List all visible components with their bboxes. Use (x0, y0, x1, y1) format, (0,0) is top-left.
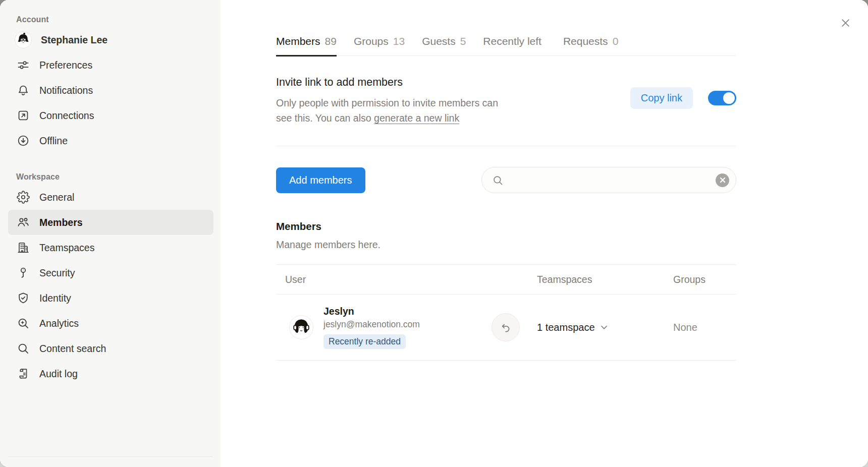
tab-members[interactable]: Members 89 (276, 35, 337, 56)
groups-value: None (673, 322, 697, 333)
tab-guests[interactable]: Guests 5 (422, 35, 466, 56)
add-members-button[interactable]: Add members (276, 167, 365, 193)
member-search[interactable] (481, 167, 736, 193)
sidebar-item-preferences[interactable]: Preferences (8, 52, 213, 78)
clear-search-button[interactable] (716, 173, 729, 187)
teamspaces-cell: 1 teamspace (537, 322, 673, 333)
sidebar-item-label: Security (39, 267, 75, 279)
avatar (15, 31, 32, 48)
tab-requests[interactable]: Requests 0 (563, 35, 618, 56)
sidebar-item-members[interactable]: Members (8, 210, 213, 235)
tab-label: Members (276, 35, 320, 47)
table-row: Jeslyn jeslyn@makenotion.com Recently re… (276, 295, 736, 361)
groups-cell: None (673, 322, 736, 333)
key-icon (16, 266, 30, 280)
sidebar-item-label: General (39, 192, 74, 203)
tab-label: Recently left (483, 35, 541, 47)
sidebar-item-label: Audit log (39, 368, 78, 380)
member-email: jeslyn@makenotion.com (323, 319, 420, 330)
user-info: Jeslyn jeslyn@makenotion.com Recently re… (323, 306, 420, 349)
tab-label: Guests (422, 35, 456, 47)
sliders-icon (16, 58, 30, 72)
close-button[interactable] (836, 13, 855, 32)
sidebar-item-label: Preferences (39, 60, 92, 71)
table-header: User Teamspaces Groups (276, 264, 736, 295)
gear-icon (16, 190, 30, 204)
undo-cell (492, 313, 537, 341)
sidebar-item-content-search[interactable]: Content search (8, 336, 213, 361)
sidebar-item-label: Teamspaces (39, 242, 94, 254)
generate-new-link[interactable]: generate a new link (374, 112, 459, 124)
members-section-title: Members (276, 220, 736, 232)
building-icon (16, 241, 30, 255)
sidebar-item-label: Connections (39, 110, 94, 122)
invite-link-toggle[interactable] (708, 91, 736, 105)
sidebar-item-audit-log[interactable]: Audit log (8, 361, 213, 386)
sidebar-item-general[interactable]: General (8, 185, 213, 210)
tab-recently-left[interactable]: Recently left (483, 35, 546, 56)
tab-count: 13 (393, 35, 405, 47)
invite-link-title: Invite link to add members (276, 76, 498, 89)
teamspaces-dropdown[interactable]: 1 teamspace (537, 322, 673, 333)
column-header-groups: Groups (673, 274, 736, 285)
members-settings-panel: Members 89 Groups 13 Guests 5 Recently l… (221, 0, 868, 467)
teamspaces-value: 1 teamspace (537, 322, 595, 333)
tab-count: 5 (460, 35, 466, 47)
members-table: User Teamspaces Groups (276, 264, 736, 361)
sidebar-item-account-profile[interactable]: Stephanie Lee (8, 27, 213, 52)
sidebar-item-security[interactable]: Security (8, 260, 213, 285)
sidebar-item-notifications[interactable]: Notifications (8, 78, 213, 103)
sidebar-item-label: Notifications (39, 85, 93, 96)
user-cell: Jeslyn jeslyn@makenotion.com Recently re… (276, 306, 492, 349)
magnifier-sparkle-icon (16, 316, 30, 330)
undo-button[interactable] (492, 313, 520, 341)
avatar (289, 315, 313, 339)
sidebar-item-identity[interactable]: Identity (8, 285, 213, 311)
sidebar-item-label: Identity (39, 293, 71, 304)
invite-desc-line2: see this. You can also (276, 112, 374, 124)
members-toolbar: Add members (276, 167, 736, 193)
tab-label: Groups (354, 35, 389, 47)
invite-link-section: Invite link to add members Only people w… (276, 76, 736, 126)
settings-modal: Account Stephanie Lee (0, 0, 868, 467)
invite-desc-line1: Only people with permission to invite me… (276, 97, 498, 108)
people-icon (16, 215, 30, 229)
column-header-user: User (276, 274, 492, 285)
sidebar-item-label: Offline (39, 135, 68, 147)
toggle-knob (723, 92, 735, 104)
settings-sidebar: Account Stephanie Lee (0, 0, 221, 467)
members-section-header: Members Manage members here. (276, 220, 736, 251)
members-tabs: Members 89 Groups 13 Guests 5 Recently l… (276, 35, 736, 56)
sidebar-item-label: Analytics (39, 318, 79, 329)
column-header-teamspaces: Teamspaces (537, 274, 673, 285)
sidebar-item-teamspaces[interactable]: Teamspaces (8, 235, 213, 260)
sidebar-item-analytics[interactable]: Analytics (8, 311, 213, 336)
tab-count: 0 (613, 35, 619, 47)
bell-icon (16, 83, 30, 97)
magnifier-icon (16, 341, 30, 356)
sidebar-item-offline[interactable]: Offline (8, 128, 213, 153)
sidebar-section-workspace: Workspace (16, 172, 213, 182)
status-badge: Recently re-added (323, 334, 406, 349)
arrow-up-right-square-icon (16, 108, 30, 123)
search-icon (492, 174, 504, 186)
section-divider (276, 146, 736, 146)
scroll-icon (16, 367, 30, 381)
sidebar-bottom-divider (8, 456, 212, 457)
invite-link-description: Only people with permission to invite me… (276, 95, 498, 126)
jeslyn-avatar-illustration (289, 315, 313, 339)
search-input[interactable] (510, 174, 710, 186)
copy-link-button[interactable]: Copy link (630, 87, 693, 109)
tab-count: 89 (325, 35, 337, 47)
sidebar-item-label: Stephanie Lee (41, 34, 107, 46)
tab-label: Requests (563, 35, 608, 47)
stephanie-avatar-illustration (15, 31, 32, 48)
shield-check-icon (16, 291, 30, 305)
clear-x-icon (720, 177, 726, 183)
sidebar-item-label: Content search (39, 343, 106, 355)
tab-groups[interactable]: Groups 13 (354, 35, 405, 56)
member-name: Jeslyn (323, 306, 420, 317)
sidebar-item-connections[interactable]: Connections (8, 103, 213, 128)
sidebar-section-account: Account (16, 15, 213, 24)
download-circle-icon (16, 134, 30, 148)
